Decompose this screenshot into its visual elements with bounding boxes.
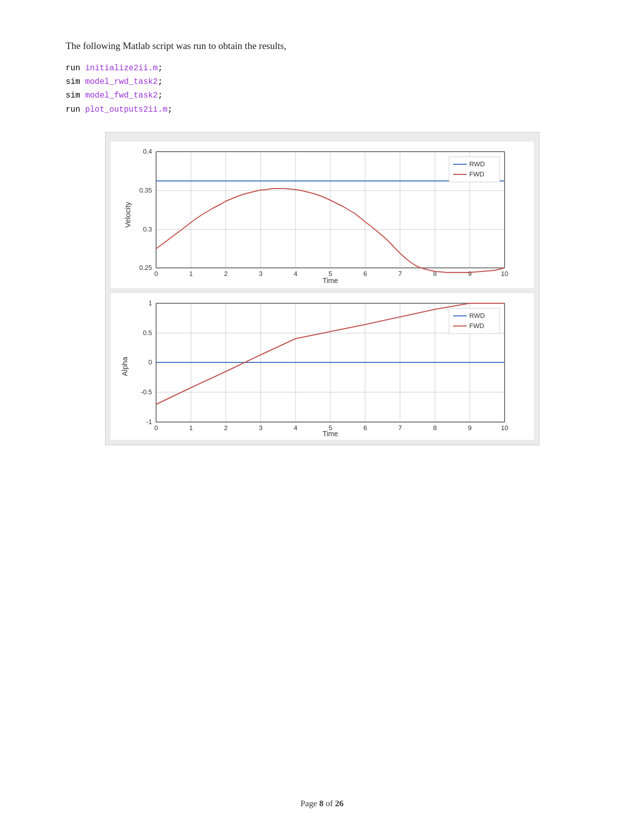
svg-text:10: 10 xyxy=(501,424,508,432)
code-keyword-4: run xyxy=(66,105,85,114)
svg-text:10: 10 xyxy=(501,270,508,277)
svg-text:0: 0 xyxy=(148,358,152,366)
svg-text:4: 4 xyxy=(293,270,297,277)
chart-container: Velocity xyxy=(105,132,539,445)
velocity-svg: 0.4 0.35 0.3 0.25 0 1 2 3 4 5 6 7 8 9 10 xyxy=(136,142,530,283)
svg-text:3: 3 xyxy=(259,424,262,432)
svg-text:-0.5: -0.5 xyxy=(140,388,152,396)
velocity-y-label: Velocity xyxy=(123,202,132,228)
svg-text:4: 4 xyxy=(293,424,297,432)
code-line-4: run plot_outputs2ii.m; xyxy=(66,103,578,117)
footer-total-pages: 26 xyxy=(335,799,343,808)
svg-text:0: 0 xyxy=(154,424,158,432)
code-keyword-1: run xyxy=(66,64,85,73)
svg-text:7: 7 xyxy=(398,424,402,432)
code-line-3: sim model_fwd_task2; xyxy=(66,89,578,103)
svg-text:2: 2 xyxy=(224,270,227,277)
footer-current-page: 8 xyxy=(319,799,324,808)
code-keyword-3: sim xyxy=(66,91,85,100)
code-semi-1: ; xyxy=(158,64,163,73)
code-semi-3: ; xyxy=(158,91,163,100)
code-keyword-2: sim xyxy=(66,77,85,86)
code-line-2: sim model_rwd_task2; xyxy=(66,75,578,89)
code-semi-4: ; xyxy=(168,105,173,114)
svg-text:0.3: 0.3 xyxy=(142,225,152,233)
svg-text:0: 0 xyxy=(154,270,158,277)
page: The following Matlab script was run to o… xyxy=(0,0,644,834)
svg-text:6: 6 xyxy=(363,270,367,277)
page-footer: Page 8 of 26 xyxy=(66,799,578,809)
footer-text-pre: Page xyxy=(301,799,319,808)
svg-text:0.5: 0.5 xyxy=(142,329,152,337)
svg-text:0.35: 0.35 xyxy=(139,187,152,194)
svg-text:FWD: FWD xyxy=(469,170,484,178)
svg-text:Time: Time xyxy=(322,276,338,283)
svg-text:9: 9 xyxy=(468,424,471,432)
intro-text: The following Matlab script was run to o… xyxy=(66,40,578,52)
svg-text:8: 8 xyxy=(433,424,436,432)
svg-text:2: 2 xyxy=(224,424,227,432)
code-value-1: initialize2ii.m xyxy=(85,64,158,73)
svg-text:FWD: FWD xyxy=(469,322,484,330)
code-value-2: model_rwd_task2 xyxy=(85,77,158,86)
velocity-chart: Velocity xyxy=(111,142,534,288)
svg-text:9: 9 xyxy=(468,270,471,277)
svg-text:1: 1 xyxy=(189,270,192,277)
code-line-1: run initialize2ii.m; xyxy=(66,62,578,75)
svg-text:7: 7 xyxy=(398,270,402,277)
svg-text:1: 1 xyxy=(148,299,152,307)
velocity-svg-wrapper: 0.4 0.35 0.3 0.25 0 1 2 3 4 5 6 7 8 9 10 xyxy=(136,142,534,286)
svg-text:0.25: 0.25 xyxy=(139,264,152,271)
svg-text:6: 6 xyxy=(363,424,367,432)
code-value-3: model_fwd_task2 xyxy=(85,91,158,100)
alpha-svg-wrapper: 1 0.5 0 -0.5 -1 0 1 2 3 4 5 6 7 8 9 10 xyxy=(136,293,534,440)
code-semi-2: ; xyxy=(158,77,163,86)
code-value-4: plot_outputs2ii.m xyxy=(85,105,167,114)
svg-text:Time: Time xyxy=(322,430,338,437)
footer-text-mid: of xyxy=(324,799,335,808)
svg-text:0.4: 0.4 xyxy=(142,148,152,155)
svg-text:RWD: RWD xyxy=(469,160,485,168)
alpha-y-label: Alpha xyxy=(120,357,128,376)
svg-text:3: 3 xyxy=(259,270,262,277)
svg-text:1: 1 xyxy=(189,424,192,432)
alpha-chart: Alpha xyxy=(111,293,534,440)
svg-text:RWD: RWD xyxy=(469,312,485,319)
svg-text:-1: -1 xyxy=(146,418,152,426)
alpha-svg: 1 0.5 0 -0.5 -1 0 1 2 3 4 5 6 7 8 9 10 xyxy=(136,293,530,437)
code-block: run initialize2ii.m; sim model_rwd_task2… xyxy=(66,62,578,117)
